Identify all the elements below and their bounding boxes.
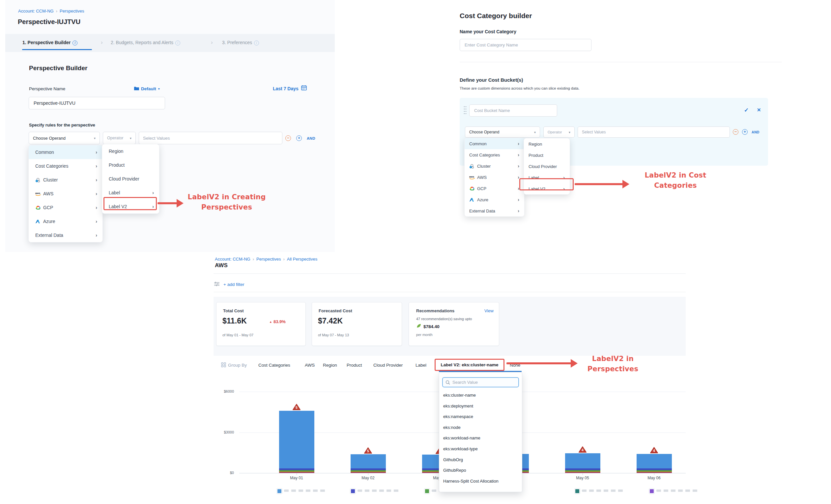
submenu-item-region[interactable]: Region <box>524 138 570 150</box>
drag-handle-icon[interactable] <box>464 106 466 117</box>
dropdown-item[interactable]: GithubOrg <box>443 457 463 462</box>
group-by-option[interactable]: Cloud Provider <box>373 363 403 367</box>
menu-item-aws[interactable]: awsAWS› <box>29 187 103 201</box>
group-by-option[interactable]: Region <box>323 363 337 367</box>
choose-operand-select[interactable]: Choose Operand ▾ <box>465 126 540 138</box>
submenu-item-label: Product <box>528 153 543 158</box>
legend-chip[interactable] <box>424 488 430 494</box>
menu-item-cluster[interactable]: Cluster› <box>29 173 103 187</box>
anomaly-badge[interactable]: 5 <box>292 404 301 412</box>
add-filter-button[interactable]: + add filter <box>223 282 244 287</box>
submenu-item-product[interactable]: Product <box>524 150 570 161</box>
menu-item-cluster[interactable]: Cluster› <box>465 160 524 172</box>
menu-item-label: Cluster <box>43 177 58 182</box>
perspective-name-input[interactable] <box>33 100 161 106</box>
cost-category-title: Cost Category builder <box>460 12 532 20</box>
breadcrumb-item[interactable]: Perspectives <box>256 257 281 262</box>
dropdown-item[interactable]: eks:node <box>443 425 461 430</box>
group-by-option[interactable]: Product <box>347 363 362 367</box>
menu-item-common[interactable]: Common› <box>465 138 524 149</box>
breadcrumb-item[interactable]: Perspectives <box>60 8 84 13</box>
close-x-icon[interactable]: ✕ <box>757 107 761 113</box>
date-range-picker[interactable]: Last 7 Days <box>273 85 307 92</box>
tab-2[interactable]: 2. Budgets, Reports and Alertsi <box>111 40 180 46</box>
bar-segment <box>351 470 386 471</box>
cost-bucket-name-input[interactable] <box>474 108 553 113</box>
breadcrumb-item[interactable]: Account: CCM-NG <box>18 8 54 13</box>
menu-item-azure[interactable]: Azure› <box>29 214 103 228</box>
bar-segment <box>279 471 314 472</box>
chevron-right-icon: › <box>211 39 213 46</box>
group-by-icon <box>221 362 226 368</box>
select-values-field[interactable]: Select Values <box>578 126 730 138</box>
operator-select[interactable]: Operator ▾ <box>543 126 575 138</box>
bar-may-02[interactable] <box>351 454 386 473</box>
operator-select[interactable]: Operator ▾ <box>103 132 136 144</box>
filter-icon[interactable] <box>214 281 220 288</box>
menu-item-cost-categories[interactable]: Cost Categories› <box>465 149 524 160</box>
folder-selector[interactable]: Default ▾ <box>134 86 160 92</box>
dropdown-item[interactable]: eks:workload-type <box>443 446 478 451</box>
leaf-icon <box>416 323 422 330</box>
x-axis-tick <box>582 473 583 475</box>
legend-chip[interactable] <box>575 488 580 494</box>
submenu-item-cloud-provider[interactable]: Cloud Provider <box>524 161 570 172</box>
bar-segment <box>565 453 600 468</box>
group-by-option[interactable]: Label <box>416 363 426 367</box>
dropdown-item[interactable]: eks:cluster-name <box>443 393 476 397</box>
remove-rule-button[interactable]: − <box>285 136 291 141</box>
search-field[interactable]: Search Value <box>442 377 519 387</box>
group-by-option[interactable]: Cost Categories <box>258 363 290 367</box>
dropdown-item[interactable]: eks:namespace <box>443 414 473 419</box>
menu-item-azure[interactable]: Azure› <box>465 194 524 205</box>
annotation-line1: LabelV2 in Creating <box>182 192 271 202</box>
anomaly-badge[interactable]: 4 <box>578 446 587 454</box>
confirm-check-icon[interactable]: ✓ <box>744 107 749 114</box>
anomaly-badge[interactable]: 5 <box>364 447 372 455</box>
dropdown-item[interactable]: eks:deployment <box>443 404 473 409</box>
add-rule-button[interactable]: + <box>296 136 302 141</box>
choose-operand-select[interactable]: Choose Operand ▾ <box>29 132 100 144</box>
select-values-field[interactable]: Select Values <box>139 132 282 144</box>
legend-chip[interactable] <box>350 488 355 494</box>
recommendations-card: Recommendations View 47 recommendation(s… <box>408 302 499 346</box>
bar-may-06[interactable] <box>637 454 672 473</box>
submenu-item-product[interactable]: Product <box>102 158 159 172</box>
aws-icon: aws <box>469 175 477 180</box>
tab-3[interactable]: 3. Preferencesi <box>222 40 259 46</box>
view-link[interactable]: View <box>484 308 494 313</box>
bar-segment <box>565 468 600 470</box>
legend-label-truncated <box>284 490 327 492</box>
submenu-item-cloud-provider[interactable]: Cloud Provider <box>102 172 159 186</box>
submenu-item-label: Region <box>528 142 542 147</box>
menu-item-gcp[interactable]: GCP› <box>29 201 103 214</box>
tab-1[interactable]: 1. Perspective Builderi <box>22 40 78 46</box>
menu-item-common[interactable]: Common› <box>29 145 103 159</box>
breadcrumb-item[interactable]: Account: CCM-NG <box>215 257 251 262</box>
menu-item-external-data[interactable]: External Data› <box>465 205 524 216</box>
labelv2-groupby-box[interactable]: Label V2: eks:cluster-name <box>435 359 505 371</box>
bar-may-05[interactable] <box>565 453 600 473</box>
remove-rule-button[interactable]: − <box>733 129 738 135</box>
breadcrumb-item[interactable]: All Perspectives <box>287 257 317 262</box>
menu-item-cost-categories[interactable]: Cost Categories› <box>29 159 103 173</box>
dropdown-item[interactable]: Harness-Split Cost Allocation <box>443 479 498 483</box>
menu-item-gcp[interactable]: GCP› <box>465 183 524 194</box>
submenu-item-region[interactable]: Region <box>102 144 159 158</box>
menu-item-external-data[interactable]: External Data› <box>29 228 103 242</box>
anomaly-badge[interactable]: 4 <box>650 447 658 455</box>
menu-item-aws[interactable]: awsAWS› <box>465 172 524 183</box>
legend-chip[interactable] <box>649 488 654 494</box>
dropdown-item[interactable]: GithubRepo <box>443 468 466 473</box>
legend-chip[interactable] <box>277 488 282 494</box>
x-axis-tick <box>296 473 297 475</box>
cost-category-name-input[interactable] <box>464 42 587 48</box>
group-by-option[interactable]: AWS <box>305 363 315 367</box>
menu-item-label: Cost Categories <box>35 164 68 169</box>
dropdown-item[interactable]: eks:workload-name <box>443 436 480 440</box>
info-icon: i <box>73 40 78 46</box>
add-rule-button[interactable]: + <box>742 129 748 135</box>
bar-segment <box>565 470 600 471</box>
chevron-down-icon: ▾ <box>158 87 160 91</box>
bar-may-01[interactable] <box>279 411 314 473</box>
